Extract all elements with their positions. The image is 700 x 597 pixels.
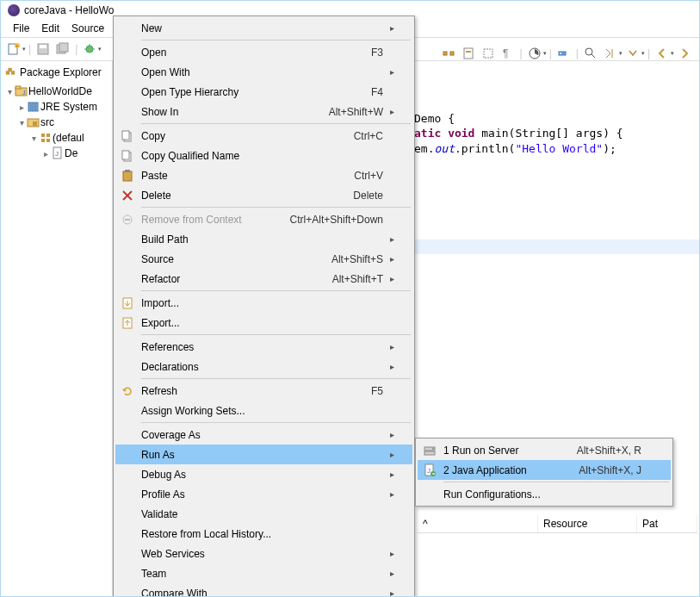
back-icon[interactable] <box>653 44 672 63</box>
menu-separator <box>141 40 411 40</box>
annotations-icon[interactable] <box>601 44 620 63</box>
menu-item-label: Profile As <box>139 488 383 501</box>
ctx-item-refresh[interactable]: RefreshF5 <box>115 381 412 401</box>
ctx-item-copy[interactable]: CopyCtrl+C <box>115 126 412 146</box>
svg-rect-33 <box>35 103 38 111</box>
forward-icon[interactable] <box>675 44 694 63</box>
ctx-item-paste[interactable]: PasteCtrl+V <box>115 165 412 185</box>
runas-item-run-configurations[interactable]: Run Configurations... <box>418 484 671 504</box>
table-header-blank[interactable]: ^ <box>418 515 538 532</box>
menu-edit[interactable]: Edit <box>36 22 65 35</box>
menu-source[interactable]: Source <box>66 22 109 35</box>
mark-occurrences-icon[interactable] <box>459 44 478 63</box>
menu-shortcut: F5 <box>371 385 387 397</box>
menu-item-label: 1 Run on Server <box>442 445 577 457</box>
menu-item-label: Build Path <box>139 233 383 246</box>
ctx-item-debug-as[interactable]: Debug As▸ <box>115 464 412 484</box>
profile-dropdown-icon[interactable] <box>525 44 544 63</box>
twisty-collapsed-icon[interactable]: ▸ <box>40 149 51 159</box>
ctx-item-declarations[interactable]: Declarations▸ <box>115 357 412 376</box>
next-annotation-icon[interactable] <box>623 44 642 63</box>
menu-shortcut: Ctrl+V <box>354 170 387 182</box>
ctx-item-show-in[interactable]: Show InAlt+Shift+W▸ <box>115 102 412 121</box>
svg-rect-13 <box>464 48 473 59</box>
ctx-item-copy-qualified-name[interactable]: Copy Qualified Name <box>115 146 412 165</box>
ctx-item-delete[interactable]: DeleteDelete <box>115 185 412 205</box>
show-whitespace-icon[interactable]: ¶ <box>499 44 517 63</box>
java-project-icon: J <box>15 85 28 97</box>
ctx-item-profile-as[interactable]: Profile As▸ <box>115 484 412 504</box>
save-button[interactable] <box>34 40 53 59</box>
table-header-path[interactable]: Pat <box>637 515 697 532</box>
run-as-submenu: 1 Run on ServerAlt+Shift+X, RJ2 Java App… <box>415 438 673 507</box>
svg-point-7 <box>86 46 93 53</box>
tree-jre[interactable]: ▸ JRE System <box>3 99 110 115</box>
ctx-item-open-type-hierarchy[interactable]: Open Type HierarchyF4 <box>115 82 412 102</box>
svg-rect-27 <box>8 68 11 72</box>
svg-rect-12 <box>450 52 454 55</box>
toggle-breadcrumb-icon[interactable] <box>439 44 458 63</box>
debug-button[interactable] <box>80 40 99 59</box>
menu-separator <box>443 482 669 482</box>
svg-rect-43 <box>122 131 129 140</box>
tree-label: De <box>65 147 77 159</box>
menu-shortcut: Alt+Shift+X, R <box>577 445 645 457</box>
twisty-expanded-icon[interactable]: ▾ <box>28 134 39 143</box>
tree-package[interactable]: ▾ (defaul <box>3 130 110 146</box>
pin-icon[interactable] <box>554 44 573 63</box>
twisty-collapsed-icon[interactable]: ▸ <box>16 103 27 112</box>
ctx-item-open[interactable]: OpenF3 <box>115 42 412 62</box>
ctx-item-restore-from-local-history[interactable]: Restore from Local History... <box>115 524 412 544</box>
ctx-item-web-services[interactable]: Web Services▸ <box>115 544 412 563</box>
svg-rect-14 <box>466 51 471 53</box>
tree-src[interactable]: ▾ src <box>3 115 110 130</box>
ctx-item-assign-working-sets[interactable]: Assign Working Sets... <box>115 401 412 420</box>
export-icon <box>115 316 139 330</box>
ctx-item-compare-with[interactable]: Compare With▸ <box>115 583 412 597</box>
package-icon <box>39 132 53 144</box>
ctx-item-source[interactable]: SourceAlt+Shift+S▸ <box>115 249 412 269</box>
svg-line-22 <box>606 49 610 53</box>
table-header-resource[interactable]: Resource <box>538 515 637 532</box>
ctx-item-team[interactable]: Team▸ <box>115 563 412 583</box>
ctx-item-coverage-as[interactable]: Coverage As▸ <box>115 425 412 445</box>
menu-separator <box>141 334 411 335</box>
svg-point-19 <box>560 53 561 54</box>
runas-item-2-java-application[interactable]: J2 Java ApplicationAlt+Shift+X, J <box>418 460 671 480</box>
package-explorer-icon <box>4 66 16 78</box>
ctx-item-validate[interactable]: Validate <box>115 504 412 524</box>
menu-item-label: Restore from Local History... <box>139 528 383 540</box>
ctx-item-export[interactable]: Export... <box>115 313 412 333</box>
ctx-item-build-path[interactable]: Build Path▸ <box>115 229 412 249</box>
menu-item-label: Team <box>139 568 383 580</box>
menu-item-label: Export... <box>139 317 383 329</box>
ctx-item-open-with[interactable]: Open With▸ <box>115 62 412 82</box>
menu-item-label: Copy Qualified Name <box>139 150 383 162</box>
ctx-item-references[interactable]: References▸ <box>115 337 412 357</box>
svg-rect-29 <box>15 86 21 89</box>
menu-shortcut: Alt+Shift+W <box>329 106 387 118</box>
new-button[interactable]: + <box>4 40 23 59</box>
ctx-item-new[interactable]: New▸ <box>115 18 412 38</box>
menu-item-label: Remove from Context <box>139 214 290 226</box>
svg-text:J: J <box>55 150 59 158</box>
ctx-item-run-as[interactable]: Run As▸ <box>115 445 412 464</box>
ctx-item-import[interactable]: Import... <box>115 293 412 313</box>
search-icon[interactable] <box>581 44 600 63</box>
twisty-expanded-icon[interactable]: ▾ <box>4 87 15 96</box>
block-selection-icon[interactable] <box>479 44 498 63</box>
twisty-expanded-icon[interactable]: ▾ <box>16 118 27 127</box>
runas-item-1-run-on-server[interactable]: 1 Run on ServerAlt+Shift+X, R <box>418 440 671 460</box>
tree-project[interactable]: ▾ J HelloWorldDe <box>3 84 110 99</box>
tree-java-file[interactable]: ▸ J De <box>3 146 110 161</box>
menu-item-label: Import... <box>139 297 383 309</box>
menu-item-label: Web Services <box>139 548 383 560</box>
context-menu: New▸OpenF3Open With▸Open Type HierarchyF… <box>113 16 415 597</box>
menu-file[interactable]: File <box>8 22 34 35</box>
save-all-button[interactable] <box>53 40 72 59</box>
menu-shortcut: Ctrl+Alt+Shift+Down <box>290 214 387 226</box>
svg-rect-38 <box>41 139 45 142</box>
submenu-arrow-icon: ▸ <box>387 23 397 33</box>
window-title: coreJava - HelloWo <box>24 4 114 16</box>
ctx-item-refactor[interactable]: RefactorAlt+Shift+T▸ <box>115 269 412 289</box>
